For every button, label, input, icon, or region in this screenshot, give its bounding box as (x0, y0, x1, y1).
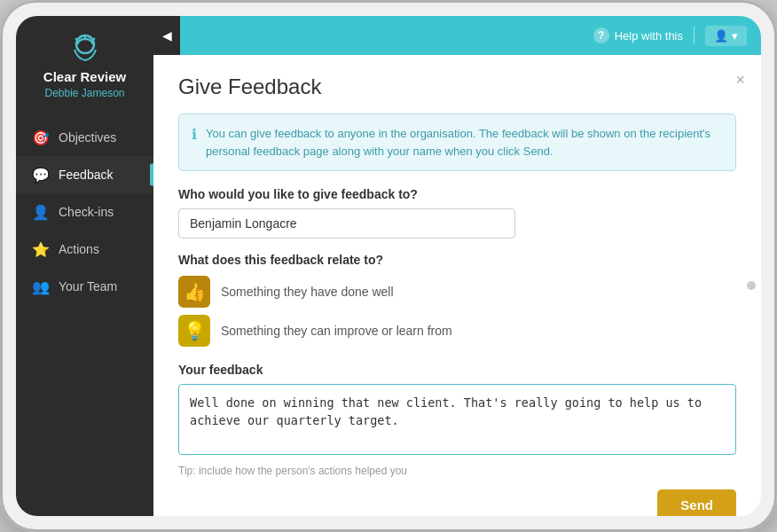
user-dropdown-arrow: ▾ (732, 29, 738, 43)
your-team-icon: 👥 (32, 278, 50, 295)
tablet-inner: Clear Review Debbie Jameson 🎯 Objectives… (16, 16, 761, 516)
tablet-frame: Clear Review Debbie Jameson 🎯 Objectives… (0, 0, 777, 532)
actions-icon: ⭐ (32, 240, 50, 258)
info-icon: ℹ (192, 126, 197, 143)
info-box: ℹ You can give feedback to anyone in the… (178, 113, 736, 171)
bulb-icon: 💡 (178, 315, 210, 347)
feedback-option-improve[interactable]: 💡 Something they can improve or learn fr… (178, 315, 736, 347)
objectives-icon: 🎯 (32, 129, 50, 146)
recipient-input[interactable] (178, 208, 515, 239)
sidebar-item-your-team[interactable]: 👥 Your Team (16, 268, 153, 305)
thumbs-up-icon: 👍 (178, 276, 210, 308)
sidebar-nav: 🎯 Objectives 💬 Feedback 👤 Check-ins ⭐ Ac… (16, 119, 153, 305)
main-area: ◀ ? Help with this 👤 ▾ × Give Feedback (153, 16, 761, 516)
sidebar-item-actions[interactable]: ⭐ Actions (16, 231, 153, 268)
app-title: Clear Review (43, 69, 126, 84)
tip-text: Tip: include how the person's actions he… (178, 465, 736, 477)
user-menu-button[interactable]: 👤 ▾ (705, 26, 747, 46)
recipient-label: Who would you like to give feedback to? (178, 187, 736, 201)
feedback-option-improve-label: Something they can improve or learn from (221, 324, 452, 338)
top-bar: ◀ ? Help with this 👤 ▾ (153, 16, 761, 55)
feedback-textarea-label: Your feedback (178, 363, 736, 377)
sidebar-item-objectives[interactable]: 🎯 Objectives (16, 119, 153, 156)
sidebar-item-label-actions: Actions (59, 242, 99, 256)
send-row: Send (178, 489, 736, 516)
help-button[interactable]: ? Help with this (593, 27, 683, 43)
page-title: Give Feedback (178, 74, 736, 99)
app-logo (67, 32, 104, 64)
sidebar-item-label-feedback: Feedback (59, 168, 113, 182)
topbar-divider (694, 27, 695, 44)
sidebar-username: Debbie Jameson (44, 87, 124, 99)
collapse-button[interactable]: ◀ (153, 16, 180, 55)
sidebar-item-label-checkins: Check-ins (59, 205, 114, 219)
close-button[interactable]: × (735, 71, 745, 90)
send-button[interactable]: Send (657, 489, 736, 516)
collapse-icon: ◀ (162, 28, 172, 43)
sidebar-item-feedback[interactable]: 💬 Feedback (16, 156, 153, 193)
help-label: Help with this (615, 29, 683, 43)
feedback-options: 👍 Something they have done well 💡 Someth… (178, 276, 736, 347)
user-avatar-icon: 👤 (714, 29, 728, 43)
feedback-icon: 💬 (32, 166, 50, 184)
checkins-icon: 👤 (32, 203, 50, 221)
feedback-textarea[interactable]: Well done on winning that new client. Th… (178, 384, 736, 455)
page-content: × Give Feedback ℹ You can give feedback … (153, 55, 761, 516)
help-icon: ? (593, 27, 609, 43)
feedback-type-label: What does this feedback relate to? (178, 253, 736, 267)
sidebar: Clear Review Debbie Jameson 🎯 Objectives… (16, 16, 153, 516)
feedback-option-positive-label: Something they have done well (221, 285, 394, 299)
sidebar-item-label-objectives: Objectives (59, 130, 116, 145)
scroll-indicator (747, 281, 756, 290)
info-text: You can give feedback to anyone in the o… (206, 125, 723, 160)
sidebar-item-label-your-team: Your Team (59, 279, 117, 293)
feedback-option-positive[interactable]: 👍 Something they have done well (178, 276, 736, 308)
sidebar-item-checkins[interactable]: 👤 Check-ins (16, 193, 153, 231)
